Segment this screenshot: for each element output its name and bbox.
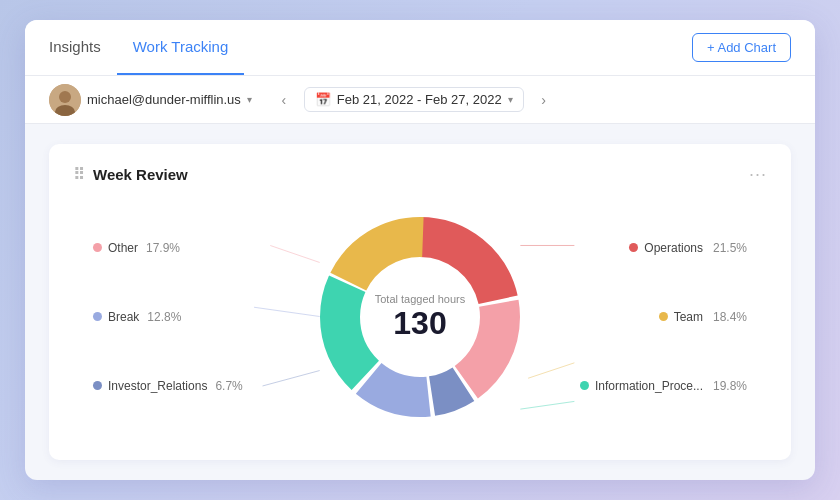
svg-line-7 xyxy=(528,363,574,378)
user-selector[interactable]: michael@dunder-mifflin.us ▾ xyxy=(49,84,252,116)
chevron-down-icon: ▾ xyxy=(247,94,252,105)
legend-dot-break xyxy=(93,312,102,321)
avatar xyxy=(49,84,81,116)
svg-point-1 xyxy=(59,91,71,103)
tab-insights[interactable]: Insights xyxy=(49,20,117,75)
header: Insights Work Tracking + Add Chart xyxy=(25,20,815,76)
legend-label-other: Other xyxy=(108,241,138,255)
week-review-title: Week Review xyxy=(93,166,188,183)
user-email: michael@dunder-mifflin.us xyxy=(87,92,241,107)
donut-hole xyxy=(362,259,478,375)
card-header: ⠿ Week Review ··· xyxy=(73,164,767,185)
legend-dot-other xyxy=(93,243,102,252)
donut-svg xyxy=(310,207,530,427)
date-nav: ‹ 📅 Feb 21, 2022 - Feb 27, 2022 ▾ › xyxy=(272,87,556,112)
legend-item-investor: Investor_Relations 6.7% xyxy=(93,379,243,393)
date-range-label: Feb 21, 2022 - Feb 27, 2022 xyxy=(337,92,502,107)
legend-item-break: Break 12.8% xyxy=(93,310,243,324)
more-options-button[interactable]: ··· xyxy=(749,164,767,185)
grid-icon: ⠿ xyxy=(73,165,85,184)
legend-dot-operations xyxy=(629,243,638,252)
chart-area: Other 17.9% Break 12.8% Investor_Relatio… xyxy=(73,193,767,440)
date-range-picker[interactable]: 📅 Feb 21, 2022 - Feb 27, 2022 ▾ xyxy=(304,87,524,112)
tab-work-tracking[interactable]: Work Tracking xyxy=(117,20,245,75)
app-container: Insights Work Tracking + Add Chart micha… xyxy=(25,20,815,480)
chevron-down-icon-date: ▾ xyxy=(508,94,513,105)
legend-dot-information xyxy=(580,381,589,390)
legend-label-investor: Investor_Relations xyxy=(108,379,207,393)
legend-left: Other 17.9% Break 12.8% Investor_Relatio… xyxy=(93,193,243,440)
next-date-button[interactable]: › xyxy=(532,88,556,112)
legend-pct-other: 17.9% xyxy=(146,241,180,255)
legend-pct-information: 19.8% xyxy=(711,379,747,393)
legend-label-break: Break xyxy=(108,310,139,324)
legend-item-information: Information_Proce... 19.8% xyxy=(580,379,747,393)
legend-dot-team xyxy=(659,312,668,321)
chart-card: ⠿ Week Review ··· Other 17.9% Break xyxy=(49,144,791,460)
legend-pct-break: 12.8% xyxy=(147,310,181,324)
legend-label-information: Information_Proce... xyxy=(595,379,703,393)
tab-work-tracking-label: Work Tracking xyxy=(133,38,229,55)
legend-label-operations: Operations xyxy=(644,241,703,255)
legend-dot-investor xyxy=(93,381,102,390)
tabs: Insights Work Tracking xyxy=(49,20,244,75)
legend-pct-operations: 21.5% xyxy=(711,241,747,255)
calendar-icon: 📅 xyxy=(315,92,331,107)
legend-item-operations: Operations 21.5% xyxy=(580,241,747,255)
legend-pct-team: 18.4% xyxy=(711,310,747,324)
add-chart-button[interactable]: + Add Chart xyxy=(692,33,791,62)
donut-chart: Total tagged hours 130 xyxy=(310,207,530,427)
tab-insights-label: Insights xyxy=(49,38,101,55)
sub-header: michael@dunder-mifflin.us ▾ ‹ 📅 Feb 21, … xyxy=(25,76,815,124)
legend-pct-investor: 6.7% xyxy=(215,379,242,393)
legend-label-team: Team xyxy=(674,310,703,324)
card-title: ⠿ Week Review xyxy=(73,165,188,184)
legend-item-team: Team 18.4% xyxy=(580,310,747,324)
content: ⠿ Week Review ··· Other 17.9% Break xyxy=(25,124,815,480)
prev-date-button[interactable]: ‹ xyxy=(272,88,296,112)
legend-right: Operations 21.5% Team 18.4% Information_… xyxy=(580,193,747,440)
legend-item-other: Other 17.9% xyxy=(93,241,243,255)
